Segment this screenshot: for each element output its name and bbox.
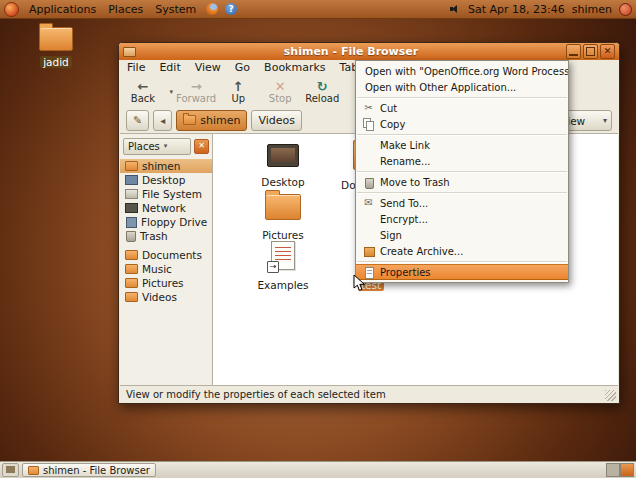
path-scroll-left-button[interactable] [153,110,172,131]
path-button-videos[interactable]: Videos [251,110,302,131]
context-menu-item-label: Send To... [380,198,428,209]
workspace-cell-active[interactable] [620,463,634,477]
bottom-taskbar: shimen - File Browser [0,461,636,478]
clock[interactable]: Sat Apr 18, 23:46 [468,3,565,16]
places-dropdown[interactable]: Places [123,138,191,155]
sidebar-item-label: Floppy Drive [141,216,207,228]
context-menu-item-label: Open with Other Application... [365,82,516,93]
context-menu-item-move-to-trash[interactable]: Move to Trash [356,174,568,190]
panel-menus: ApplicationsPlacesSystem [26,3,199,16]
menu-file[interactable]: File [120,60,152,76]
file-item-label-wrap: Desktop [251,171,315,190]
titlebar[interactable]: shimen - File Browser [119,43,619,60]
reload-icon [317,80,328,93]
stop-icon [275,80,286,93]
toolbar-button-label: Forward [176,93,216,104]
context-menu-item-properties[interactable]: Properties [356,264,568,280]
context-menu-item-label: Open with "OpenOffice.org Word Processor… [365,66,568,77]
panel-right: Sat Apr 18, 23:46 shimen [450,3,632,16]
sidebar-close-icon[interactable] [194,139,209,154]
filesystem-icon [125,189,138,199]
statusbar-text: View or modify the properties of each se… [126,389,386,400]
desktop-folder-icon [267,144,299,167]
sidebar-item-label: Videos [142,291,177,303]
context-menu-item-rename[interactable]: Rename... [356,153,568,169]
menu-edit[interactable]: Edit [152,60,187,76]
send-icon [361,197,376,209]
menu-separator [357,171,567,172]
username-label[interactable]: shimen [572,3,612,16]
places-sidebar: Places shimenDesktopFile SystemNetworkFl… [120,134,213,385]
panel-menu-applications[interactable]: Applications [26,3,99,16]
sidebar-item-network[interactable]: Network [120,201,212,215]
sidebar-items: shimenDesktopFile SystemNetworkFloppy Dr… [120,156,212,304]
resize-grip[interactable] [605,390,616,401]
close-button[interactable] [600,44,615,59]
user-switcher-icon[interactable] [619,3,632,16]
distro-logo-icon[interactable] [4,2,19,17]
menu-separator [357,192,567,193]
workspace-cell[interactable] [606,463,620,477]
toolbar-reload-button[interactable]: Reload [302,77,342,106]
top-panel: ApplicationsPlacesSystem Sat Apr 18, 23:… [0,0,636,19]
trash-icon [126,231,136,242]
context-menu-item-open-with-openoffice-org-word-processor[interactable]: Open with "OpenOffice.org Word Processor… [356,63,568,79]
context-menu-item-sign[interactable]: Sign [356,227,568,243]
sidebar-item-file-system[interactable]: File System [120,187,212,201]
maximize-button[interactable] [583,44,598,59]
toolbar-up-button[interactable]: Up [218,77,258,106]
home-folder-icon [125,161,138,171]
menu-separator [357,134,567,135]
up-arrow-icon [233,80,244,93]
minimize-button[interactable] [566,44,581,59]
file-item-desktop[interactable]: Desktop [251,144,315,190]
path-button-shimen[interactable]: shimen [176,110,247,131]
toolbar-back-button[interactable]: Back [123,77,174,106]
context-menu-item-send-to[interactable]: Send To... [356,195,568,211]
context-menu-item-label: Encrypt... [380,214,428,225]
sidebar-item-shimen[interactable]: shimen [120,159,212,173]
menu-go[interactable]: Go [228,60,257,76]
context-menu-item-create-archive[interactable]: Create Archive... [356,243,568,259]
context-menu-item-open-with-other-application[interactable]: Open with Other Application... [356,79,568,95]
archive-icon [361,245,376,257]
sidebar-item-floppy-drive[interactable]: Floppy Drive [120,215,212,229]
context-menu-item-copy[interactable]: Copy [356,116,568,132]
context-menu-item-label: Properties [380,267,431,278]
sidebar-item-music[interactable]: Music [120,262,212,276]
volume-icon[interactable] [450,4,461,14]
sidebar-item-label: Trash [140,230,168,242]
sidebar-item-trash[interactable]: Trash [120,229,212,243]
cut-icon [361,102,376,114]
taskbar-item-label: shimen - File Browser [43,465,150,476]
panel-menu-places[interactable]: Places [105,3,146,16]
folder-icon [265,194,301,220]
desktop-icon-jadid[interactable]: jadid [32,27,80,70]
browser-launcher-icon[interactable] [206,3,218,15]
sidebar-item-label: Documents [142,249,202,261]
file-item-examples[interactable]: Examples [251,241,315,293]
context-menu-item-label: Copy [380,119,405,130]
statusbar: View or modify the properties of each se… [120,385,618,403]
context-menu-item-cut[interactable]: Cut [356,100,568,116]
sidebar-item-documents[interactable]: Documents [120,248,212,262]
path-button-label: Videos [258,114,295,127]
context-menu-item-encrypt[interactable]: Encrypt... [356,211,568,227]
window-title: shimen - File Browser [140,45,562,58]
menu-view[interactable]: View [188,60,228,76]
toolbar-button-label: Up [231,93,245,104]
sidebar-item-videos[interactable]: Videos [120,290,212,304]
chevron-down-icon[interactable] [169,88,173,96]
menu-separator [357,261,567,262]
help-launcher-icon[interactable] [225,3,237,15]
edit-location-button[interactable] [126,110,149,131]
context-menu-item-label: Make Link [380,140,430,151]
file-item-pictures[interactable]: Pictures [251,194,315,243]
context-menu-item-make-link[interactable]: Make Link [356,137,568,153]
show-desktop-button[interactable] [2,463,19,477]
sidebar-item-desktop[interactable]: Desktop [120,173,212,187]
taskbar-item-shimen-file-browser[interactable]: shimen - File Browser [22,463,156,477]
sidebar-item-pictures[interactable]: Pictures [120,276,212,290]
menu-bookmarks[interactable]: Bookmarks [257,60,332,76]
panel-menu-system[interactable]: System [152,3,199,16]
